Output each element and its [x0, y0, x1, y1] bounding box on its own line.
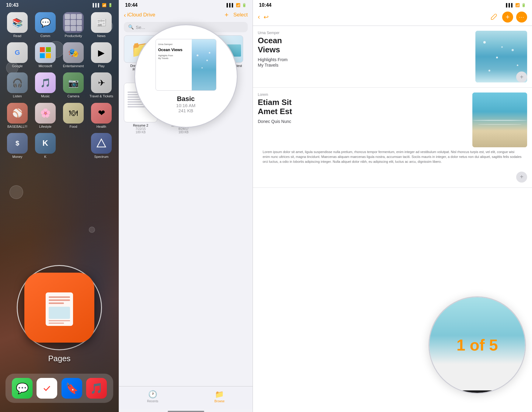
- doc-etiam-thumb: [472, 93, 527, 147]
- doc-card-etiam[interactable]: Lorem Etiam SitAmet Est Donec Quis Nunc …: [253, 88, 532, 188]
- app-spectrum[interactable]: Spectrum: [89, 133, 113, 159]
- app-k[interactable]: K K: [33, 133, 57, 159]
- doc-etiam-row: Lorem Etiam SitAmet Est Donec Quis Nunc: [258, 93, 527, 147]
- status-icons: ▌▌▌ 📶 🔋: [93, 3, 113, 7]
- file-size-letter: 183 KB: [179, 131, 189, 134]
- status-bar: 10:43 ▌▌▌ 📶 🔋: [0, 0, 119, 9]
- app-comm[interactable]: 💬 Comm: [33, 12, 57, 38]
- app-read-label: Read: [13, 34, 21, 38]
- home-indicator: [168, 411, 204, 412]
- baseball-icon: ⚾: [7, 103, 28, 124]
- money-icon: $: [7, 133, 28, 154]
- files-select-button[interactable]: Select: [233, 12, 248, 18]
- magnify-teal-bg: 1 of 5: [429, 297, 525, 393]
- files-back-label[interactable]: iCloud Drive: [127, 12, 156, 18]
- files-nav-left[interactable]: ‹ iCloud Drive: [124, 12, 155, 19]
- app-news-label: News: [97, 34, 106, 38]
- productivity-icon: [63, 12, 84, 33]
- listen-icon: 🎧: [7, 72, 28, 93]
- app-k-label: K: [44, 155, 46, 159]
- news-icon: 📰: [91, 12, 112, 33]
- entertainment-icon: 🎭: [63, 42, 84, 63]
- tab-browse-label: Browse: [214, 400, 224, 403]
- dock-messages-icon[interactable]: 💬: [12, 378, 33, 399]
- files-battery-icon: 🔋: [242, 3, 247, 7]
- play-icon: ▶: [91, 42, 112, 63]
- pages-overlay[interactable]: Pages: [17, 265, 102, 363]
- app-microsoft[interactable]: Microsoft: [33, 42, 57, 68]
- read-icon: 📚: [7, 12, 28, 33]
- pages-more-button[interactable]: ···: [516, 12, 527, 23]
- pages-back-button[interactable]: ‹: [258, 13, 260, 21]
- svg-point-12: [41, 383, 52, 394]
- pages-battery-icon: 🔋: [521, 3, 526, 7]
- svg-rect-8: [49, 302, 64, 304]
- pages-circle: [17, 265, 102, 350]
- doc-etiam-add-btn[interactable]: +: [516, 172, 527, 183]
- magnify-author: Urna Semper: [158, 43, 189, 46]
- google-icon: G: [7, 42, 28, 63]
- app-camera[interactable]: 📷 Camera: [61, 72, 85, 98]
- magnify-bottom-bar: [429, 390, 525, 393]
- app-baseball[interactable]: ⚾ BASEBALL!!!: [5, 103, 29, 129]
- pages-nav-bar: ‹ ↩ + ···: [253, 9, 532, 26]
- spectrum-icon: [91, 133, 112, 154]
- pages-undo-button[interactable]: ↩: [264, 13, 269, 21]
- app-productivity-label: Productivity: [65, 34, 82, 38]
- files-nav: ‹ iCloud Drive + Select: [119, 9, 253, 22]
- app-productivity[interactable]: Productivity: [61, 12, 85, 38]
- music-icon: 🎵: [35, 72, 56, 93]
- tab-recents[interactable]: 🕐 Recents: [147, 390, 158, 403]
- file-date-resume: 7/22/15: [135, 127, 145, 131]
- app-music[interactable]: 🎵 Music: [33, 72, 57, 98]
- dock-bookmarks-icon[interactable]: 🔖: [61, 378, 82, 399]
- pages-status-time: 10:44: [259, 2, 271, 8]
- doc-card-ocean[interactable]: Urna Semper OceanViews Highlights FromMy…: [253, 26, 532, 88]
- pages-status-bar: 10:44 ▌▌▌ 📶 🔋: [253, 0, 532, 9]
- app-food[interactable]: 🍽 Food: [61, 103, 85, 129]
- app-news[interactable]: 📰 News: [89, 12, 113, 38]
- k-icon: K: [35, 133, 56, 154]
- files-add-button[interactable]: +: [225, 11, 229, 19]
- app-listen-label: Listen: [13, 94, 22, 98]
- dock: 💬 🔖 🎵: [5, 374, 113, 403]
- pages-add-button[interactable]: +: [502, 12, 513, 23]
- pages-nav-right: + ···: [488, 12, 527, 23]
- app-listen[interactable]: 🎧 Listen: [5, 72, 29, 98]
- files-status-time: 10:44: [125, 2, 138, 8]
- app-microsoft-label: Microsoft: [39, 64, 52, 68]
- files-nav-right[interactable]: + Select: [225, 11, 248, 19]
- browse-icon: 📁: [215, 390, 224, 399]
- app-entertainment[interactable]: 🎭 Entertainment: [61, 42, 85, 68]
- dock-music-icon[interactable]: 🎵: [86, 378, 107, 399]
- app-grid: 📚 Read 💬 Comm Productiv: [0, 9, 119, 162]
- pages-brush-button[interactable]: [488, 12, 499, 23]
- app-play[interactable]: ▶ Play: [89, 42, 113, 68]
- file-size-resume: 189 KB: [136, 131, 146, 134]
- doc-ocean-add-btn[interactable]: +: [516, 72, 527, 82]
- travel-icon: ✈: [91, 72, 112, 93]
- battery-icon: 🔋: [108, 3, 113, 7]
- svg-rect-7: [49, 299, 70, 301]
- tab-browse[interactable]: 📁 Browse: [214, 390, 224, 403]
- app-travel-label: Travel & Tickets: [89, 94, 113, 98]
- app-health[interactable]: ❤ Health: [89, 103, 113, 129]
- magnify-right-image: [192, 39, 216, 90]
- dock-reminders-icon[interactable]: [37, 378, 57, 399]
- svg-rect-1: [46, 47, 51, 52]
- app-entertainment-label: Entertainment: [63, 64, 84, 68]
- magnify-subtitle: Highlights FromMy Travels: [158, 54, 189, 60]
- pages-magnify-circle: 1 of 5: [429, 296, 526, 394]
- files-back-chevron[interactable]: ‹: [124, 12, 126, 19]
- app-google[interactable]: G Google: [5, 42, 29, 68]
- pages-status-icons: ▌▌▌ 📶 🔋: [506, 3, 526, 7]
- app-camera-label: Camera: [67, 94, 79, 98]
- wifi-icon: 📶: [102, 3, 107, 7]
- files-wifi-icon: 📶: [236, 3, 240, 7]
- app-money[interactable]: $ Money: [5, 133, 29, 159]
- app-lifestyle[interactable]: 🌸 Lifestyle: [33, 103, 57, 129]
- svg-rect-0: [40, 47, 45, 52]
- pages-app-icon[interactable]: [24, 273, 94, 343]
- app-read[interactable]: 📚 Read: [5, 12, 29, 38]
- app-travel[interactable]: ✈ Travel & Tickets: [89, 72, 113, 98]
